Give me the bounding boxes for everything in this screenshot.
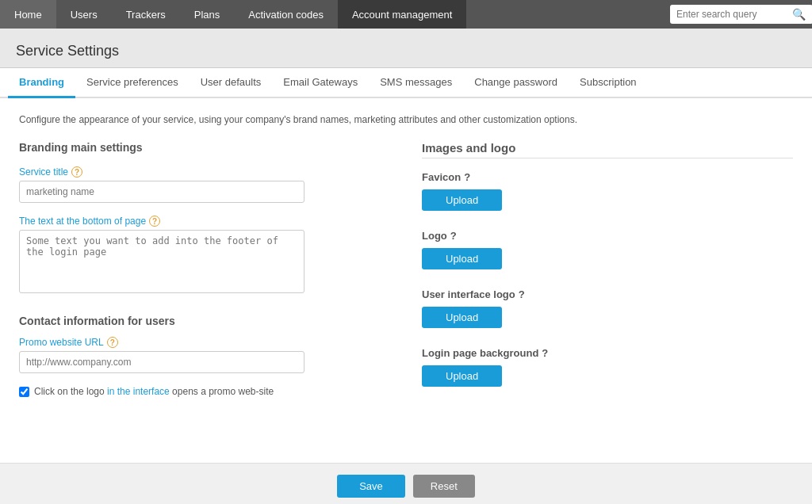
page-header: Service Settings	[0, 29, 812, 68]
left-column: Branding main settings Service title ? T…	[19, 141, 390, 406]
save-button[interactable]: Save	[337, 475, 405, 498]
login-bg-section: Login page background ? Upload	[422, 347, 793, 387]
nav-activation-codes[interactable]: Activation codes	[234, 0, 338, 29]
top-nav: Home Users Trackers Plans Activation cod…	[0, 0, 812, 29]
favicon-help-icon[interactable]: ?	[464, 171, 470, 183]
logo-help-icon[interactable]: ?	[450, 230, 457, 242]
service-title-input[interactable]	[19, 181, 304, 203]
promo-url-group: Promo website URL ?	[19, 337, 390, 373]
logo-label: Logo ?	[422, 230, 793, 242]
promo-url-input[interactable]	[19, 351, 304, 373]
ui-logo-help-icon[interactable]: ?	[519, 288, 525, 300]
logo-section: Logo ? Upload	[422, 230, 793, 269]
footer-text-group: The text at the bottom of page ?	[19, 216, 390, 296]
search-input[interactable]	[670, 5, 812, 24]
login-bg-label: Login page background ?	[422, 347, 793, 359]
ui-logo-upload-button[interactable]: Upload	[422, 307, 502, 328]
footer-text-input[interactable]	[19, 230, 304, 293]
images-section-title: Images and logo	[422, 141, 793, 158]
service-title-group: Service title ?	[19, 166, 390, 203]
checkbox-label: Click on the logo in the interface opens…	[34, 386, 274, 397]
tab-service-preferences[interactable]: Service preferences	[75, 68, 190, 98]
footer-text-label: The text at the bottom of page ?	[19, 216, 390, 227]
favicon-section: Favicon ? Upload	[422, 171, 793, 211]
favicon-label: Favicon ?	[422, 171, 793, 183]
tabs-bar: Branding Service preferences User defaul…	[0, 68, 812, 98]
nav-plans[interactable]: Plans	[180, 0, 235, 29]
tab-user-defaults[interactable]: User defaults	[190, 68, 273, 98]
nav-home[interactable]: Home	[0, 0, 56, 29]
two-column-layout: Branding main settings Service title ? T…	[19, 141, 793, 406]
tab-change-password[interactable]: Change password	[463, 68, 569, 98]
tab-email-gateways[interactable]: Email Gateways	[272, 68, 369, 98]
tab-sms-messages[interactable]: SMS messages	[369, 68, 463, 98]
page-footer: Save Reset	[0, 463, 812, 504]
nav-users[interactable]: Users	[56, 0, 112, 29]
ui-logo-label: User interface logo ?	[422, 288, 793, 300]
promo-url-help-icon[interactable]: ?	[107, 337, 118, 348]
main-content: Configure the appearance of your service…	[0, 98, 812, 463]
right-column: Images and logo Favicon ? Upload Logo ? …	[422, 141, 793, 406]
branding-main-title: Branding main settings	[19, 141, 390, 154]
page-title: Service Settings	[16, 43, 796, 59]
tab-branding[interactable]: Branding	[8, 68, 75, 98]
contact-section-title: Contact information for users	[19, 315, 390, 327]
search-wrap: 🔍	[670, 0, 812, 29]
footer-text-help-icon[interactable]: ?	[149, 216, 160, 227]
nav-trackers[interactable]: Trackers	[112, 0, 180, 29]
login-bg-help-icon[interactable]: ?	[542, 347, 548, 359]
service-title-label: Service title ?	[19, 166, 390, 178]
login-bg-upload-button[interactable]: Upload	[422, 365, 502, 387]
nav-account-management[interactable]: Account management	[338, 0, 466, 29]
checkbox-row: Click on the logo in the interface opens…	[19, 386, 390, 397]
logo-upload-button[interactable]: Upload	[422, 248, 502, 269]
reset-button[interactable]: Reset	[413, 475, 475, 498]
description-text: Configure the appearance of your service…	[19, 114, 793, 125]
favicon-upload-button[interactable]: Upload	[422, 189, 502, 211]
service-title-help-icon[interactable]: ?	[71, 166, 82, 178]
promo-checkbox[interactable]	[19, 387, 29, 397]
promo-url-label: Promo website URL ?	[19, 337, 390, 348]
tab-subscription[interactable]: Subscription	[569, 68, 648, 98]
ui-logo-section: User interface logo ? Upload	[422, 288, 793, 328]
contact-section: Contact information for users Promo webs…	[19, 315, 390, 397]
checkbox-label-link: in the interface	[107, 386, 170, 397]
search-button[interactable]: 🔍	[792, 8, 806, 21]
